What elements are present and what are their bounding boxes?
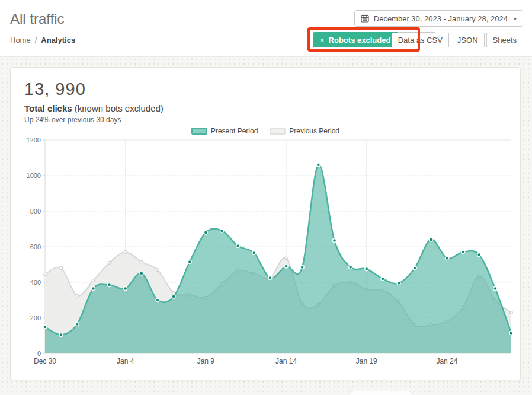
traffic-chart-card: 13, 990 Total clicks (known bots exclude… bbox=[10, 67, 521, 380]
legend-item-present: Present Period bbox=[191, 127, 258, 135]
breadcrumb-home-link[interactable]: Home bbox=[10, 36, 31, 44]
chart-area: 020040060080010001200Dec 30Jan 4Jan 9Jan… bbox=[18, 135, 521, 372]
svg-text:Jan 24: Jan 24 bbox=[436, 357, 457, 365]
sheets-button[interactable]: Sheets bbox=[486, 33, 523, 47]
breadcrumb: Home / Analytics bbox=[10, 36, 75, 44]
date-range-label: December 30, 2023 - January 28, 2024 bbox=[374, 14, 508, 23]
robots-excluded-filter-button[interactable]: × Robots excluded bbox=[313, 32, 398, 47]
total-clicks-label-bold: Total clicks bbox=[24, 103, 72, 113]
chevron-down-icon: ▾ bbox=[514, 15, 517, 22]
previous-period-label: Previous Period bbox=[289, 127, 339, 135]
svg-text:0: 0 bbox=[37, 350, 41, 357]
traffic-chart: 020040060080010001200Dec 30Jan 4Jan 9Jan… bbox=[18, 135, 521, 372]
breadcrumb-separator: / bbox=[35, 36, 37, 44]
svg-text:600: 600 bbox=[30, 243, 41, 250]
previous-period-swatch bbox=[270, 128, 286, 135]
close-icon[interactable]: × bbox=[320, 36, 325, 44]
calendar-icon bbox=[361, 14, 369, 23]
page-title: All traffic bbox=[10, 11, 65, 27]
total-clicks-label: Total clicks (known bots excluded) bbox=[24, 103, 164, 113]
present-period-swatch bbox=[191, 128, 207, 135]
json-button[interactable]: JSON bbox=[451, 33, 485, 47]
svg-text:800: 800 bbox=[30, 208, 41, 215]
page-body: 13, 990 Total clicks (known bots exclude… bbox=[0, 57, 532, 395]
next-section-peek bbox=[350, 391, 412, 395]
date-range-picker[interactable]: December 30, 2023 - January 28, 2024 ▾ bbox=[354, 10, 523, 27]
breadcrumb-current: Analytics bbox=[41, 36, 75, 44]
page-header: All traffic Home / Analytics Decembe bbox=[0, 0, 532, 57]
svg-text:Jan 14: Jan 14 bbox=[275, 357, 297, 365]
svg-text:Dec 30: Dec 30 bbox=[34, 357, 56, 365]
total-clicks-value: 13, 990 bbox=[24, 79, 86, 99]
svg-text:Jan 4: Jan 4 bbox=[117, 357, 134, 365]
robots-excluded-label: Robots excluded bbox=[329, 36, 391, 44]
svg-text:400: 400 bbox=[30, 279, 41, 286]
svg-text:Jan 9: Jan 9 bbox=[197, 357, 215, 365]
trend-text: Up 24% over previous 30 days bbox=[24, 116, 121, 124]
present-period-label: Present Period bbox=[211, 127, 258, 135]
analytics-page: All traffic Home / Analytics Decembe bbox=[0, 0, 532, 395]
chart-legend: Present Period Previous Period bbox=[11, 127, 520, 135]
svg-text:1000: 1000 bbox=[27, 172, 41, 179]
svg-text:1200: 1200 bbox=[27, 136, 41, 144]
svg-text:200: 200 bbox=[30, 314, 41, 321]
export-button-group: Data as CSV JSON Sheets bbox=[392, 33, 523, 47]
data-as-csv-button[interactable]: Data as CSV bbox=[392, 33, 449, 47]
svg-text:Jan 19: Jan 19 bbox=[356, 357, 377, 365]
legend-item-previous: Previous Period bbox=[270, 127, 339, 135]
total-clicks-label-note: (known bots excluded) bbox=[75, 103, 164, 113]
